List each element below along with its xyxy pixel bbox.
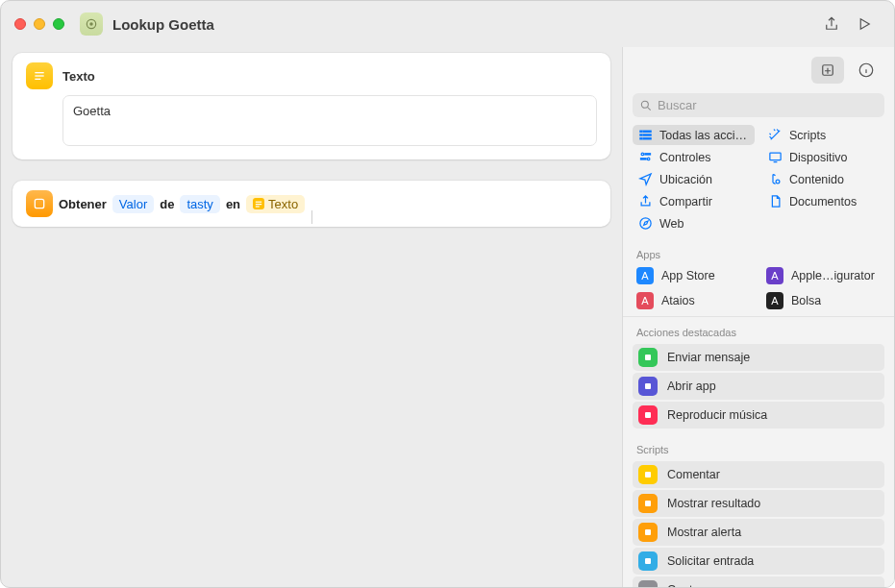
svg-point-1	[89, 22, 93, 26]
svg-rect-21	[641, 159, 647, 159]
svg-rect-7	[256, 204, 261, 205]
dial-icon	[638, 150, 653, 164]
minimize-window-button[interactable]	[34, 18, 45, 30]
get-param-valor[interactable]: Valor	[112, 195, 154, 213]
svg-rect-19	[645, 154, 651, 155]
text-action-input[interactable]	[62, 95, 597, 146]
category-safari[interactable]: Web	[633, 213, 755, 233]
svg-rect-3	[35, 75, 43, 76]
svg-rect-2	[35, 72, 43, 73]
category-location[interactable]: Ubicación	[633, 169, 755, 189]
action-icon	[638, 551, 658, 571]
category-wand[interactable]: Scripts	[762, 125, 884, 145]
text-action-icon	[26, 62, 53, 89]
category-note[interactable]: Contenido	[762, 169, 884, 189]
titlebar: Lookup Goetta	[1, 1, 894, 47]
get-param-tasty[interactable]: tasty	[180, 195, 219, 213]
svg-point-18	[641, 153, 644, 156]
app-label: Apple…igurator	[791, 269, 875, 282]
library-button[interactable]	[811, 57, 844, 84]
wand-icon	[768, 128, 783, 142]
svg-rect-17	[643, 138, 651, 139]
app-item[interactable]: AAtaios	[633, 289, 755, 312]
text-action-card[interactable]: Texto	[12, 53, 610, 159]
svg-rect-22	[770, 153, 781, 160]
search-icon	[639, 99, 653, 112]
action-label: Reproducir música	[667, 408, 767, 422]
category-dial[interactable]: Controles	[633, 147, 755, 167]
action-label: Solicitar entrada	[667, 554, 754, 568]
svg-rect-30	[645, 529, 651, 535]
svg-rect-12	[640, 131, 642, 132]
action-list-item[interactable]: Comentar	[633, 461, 884, 488]
category-share[interactable]: Compartir	[633, 191, 755, 211]
featured-header: Acciones destacadas	[623, 317, 894, 342]
action-list-item[interactable]: Abrir app	[633, 373, 884, 400]
scripts-header: Scripts	[623, 430, 894, 459]
action-label: Contar	[667, 583, 704, 587]
get-label: Obtener	[59, 197, 107, 211]
app-item[interactable]: ABolsa	[762, 289, 884, 312]
category-label: Web	[659, 217, 684, 231]
svg-rect-8	[256, 206, 260, 207]
app-icon: A	[766, 267, 783, 284]
action-library-sidebar: Todas las acci…ScriptsControlesDispositi…	[622, 47, 894, 587]
apps-header: Apps	[623, 239, 894, 264]
app-icon: A	[636, 292, 654, 309]
category-label: Controles	[659, 151, 711, 164]
category-doc[interactable]: Documentos	[762, 191, 884, 211]
svg-rect-16	[640, 138, 642, 139]
svg-rect-27	[645, 412, 651, 418]
action-icon	[638, 348, 658, 367]
action-label: Mostrar alerta	[667, 526, 741, 539]
app-label: Bolsa	[791, 294, 821, 307]
share-button[interactable]	[815, 11, 848, 37]
svg-rect-25	[645, 355, 651, 360]
svg-rect-28	[645, 472, 651, 478]
action-label: Abrir app	[667, 380, 716, 393]
action-icon	[638, 377, 658, 396]
action-label: Mostrar resultado	[667, 497, 760, 510]
svg-point-24	[640, 218, 651, 229]
action-list-item[interactable]: Solicitar entrada	[633, 548, 884, 575]
app-label: App Store	[661, 269, 715, 282]
run-button[interactable]	[848, 11, 881, 37]
action-list-item[interactable]: Reproducir música	[633, 402, 884, 429]
action-list-item[interactable]: Mostrar resultado	[633, 490, 884, 517]
shortcut-icon	[80, 12, 103, 36]
shortcuts-editor-window: Lookup Goetta Texto	[0, 0, 895, 588]
app-item[interactable]: AApp Store	[633, 264, 755, 287]
action-list-item[interactable]: Contar	[633, 576, 884, 587]
svg-rect-15	[643, 135, 651, 135]
action-icon	[638, 523, 658, 542]
get-word-de: de	[160, 197, 174, 211]
get-ref-texto[interactable]: Texto	[246, 195, 305, 213]
text-ref-icon	[253, 198, 264, 209]
close-window-button[interactable]	[14, 18, 26, 30]
category-list[interactable]: Todas las acci…	[633, 125, 755, 145]
share-icon	[638, 194, 653, 208]
text-action-title: Texto	[62, 69, 95, 84]
svg-rect-29	[645, 501, 651, 506]
svg-rect-26	[645, 383, 651, 389]
info-button[interactable]	[850, 57, 883, 84]
search-field-wrapper	[633, 93, 884, 117]
app-icon: A	[766, 292, 783, 309]
display-icon	[768, 150, 783, 164]
get-action-card[interactable]: Obtener Valor de tasty en Texto	[12, 181, 610, 227]
action-icon	[638, 494, 658, 513]
category-label: Dispositivo	[789, 151, 847, 164]
window-title: Lookup Goetta	[112, 16, 214, 33]
get-word-en: en	[226, 197, 240, 211]
category-label: Todas las acci…	[659, 129, 747, 142]
action-list-item[interactable]: Mostrar alerta	[633, 519, 884, 546]
action-list-item[interactable]: Enviar mensaje	[633, 344, 884, 371]
zoom-window-button[interactable]	[53, 18, 64, 30]
search-input[interactable]	[633, 93, 884, 117]
editor-canvas[interactable]: Texto Obtener Valor de tasty en	[1, 47, 622, 587]
app-item[interactable]: AApple…igurator	[762, 264, 884, 287]
category-display[interactable]: Dispositivo	[762, 147, 884, 167]
svg-rect-14	[640, 135, 642, 135]
action-label: Enviar mensaje	[667, 351, 750, 364]
svg-rect-31	[645, 558, 651, 564]
